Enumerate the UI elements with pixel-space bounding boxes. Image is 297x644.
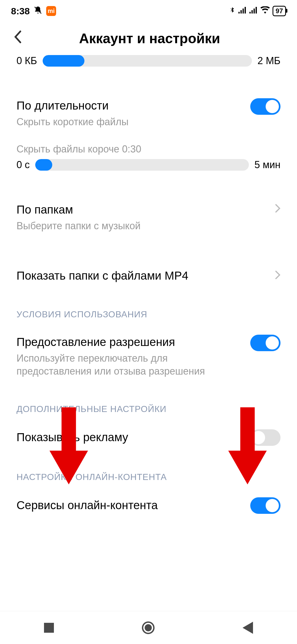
duration-max-label: 5 мин — [254, 159, 280, 171]
wifi-icon — [260, 6, 270, 16]
duration-slider[interactable]: 0 с 5 мин — [16, 159, 280, 171]
ads-title: Показывать рекламу — [16, 430, 242, 445]
online-services-row: Сервисы онлайн-контента — [16, 488, 280, 523]
folders-subtitle: Выберите папки с музыкой — [16, 220, 267, 233]
ads-row: Показывать рекламу — [16, 420, 280, 455]
status-bar: 8:38 mi 97 — [0, 0, 297, 22]
header: Аккаунт и настройки — [0, 22, 297, 55]
section-terms: УСЛОВИЯ ИСПОЛЬЗОВАНИЯ — [16, 309, 280, 320]
svg-rect-6 — [252, 10, 253, 13]
folders-title: По папкам — [16, 202, 267, 217]
folders-row[interactable]: По папкам Выберите папки с музыкой — [16, 193, 280, 242]
svg-rect-1 — [238, 12, 240, 13]
size-max-label: 2 МБ — [257, 55, 280, 67]
duration-min-label: 0 с — [16, 159, 30, 171]
back-button[interactable] — [14, 30, 30, 47]
signal-icon-2 — [249, 6, 258, 16]
mp4-title: Показать папки с файлами MP4 — [16, 268, 267, 283]
size-min-label: 0 КБ — [16, 55, 37, 67]
chevron-right-icon — [275, 269, 280, 283]
duration-hint: Скрыть файлы короче 0:30 — [16, 143, 280, 155]
mi-app-icon: mi — [46, 6, 56, 16]
svg-rect-5 — [249, 12, 251, 13]
navigation-bar — [0, 611, 297, 644]
size-filter-slider[interactable]: 0 КБ 2 МБ — [16, 55, 280, 67]
duration-subtitle: Скрыть короткие файлы — [16, 116, 242, 129]
section-online: НАСТРОЙКИ ОНЛАЙН-КОНТЕНТА — [16, 472, 280, 482]
permission-toggle[interactable] — [250, 335, 280, 351]
mute-icon — [34, 6, 42, 17]
duration-toggle[interactable] — [250, 98, 280, 115]
bluetooth-icon — [229, 6, 236, 17]
battery-icon: 97 — [273, 6, 286, 16]
nav-back-button[interactable] — [243, 622, 253, 634]
duration-slider-track[interactable] — [35, 159, 249, 171]
ads-toggle[interactable] — [250, 429, 280, 446]
svg-rect-4 — [245, 7, 246, 13]
permission-title: Предоставление разрешения — [16, 335, 242, 350]
section-additional: ДОПОЛНИТЕЛЬНЫЕ НАСТРОЙКИ — [16, 404, 280, 414]
permission-subtitle: Используйте переключатель для предоставл… — [16, 352, 242, 378]
online-services-title: Сервисы онлайн-контента — [16, 498, 242, 513]
size-slider-track[interactable] — [43, 55, 252, 67]
svg-rect-8 — [256, 7, 257, 13]
permission-row: Предоставление разрешения Используйте пе… — [16, 325, 280, 387]
status-time: 8:38 — [11, 6, 30, 17]
online-services-toggle[interactable] — [250, 497, 280, 514]
svg-rect-3 — [243, 9, 244, 13]
nav-home-button[interactable] — [142, 621, 155, 634]
chevron-right-icon — [275, 202, 280, 216]
nav-recents-button[interactable] — [44, 623, 54, 633]
svg-rect-2 — [241, 10, 242, 13]
mp4-row[interactable]: Показать папки с файлами MP4 — [16, 259, 280, 293]
duration-filter-row: По длительности Скрыть короткие файлы — [16, 89, 280, 138]
svg-rect-7 — [254, 9, 255, 13]
duration-title: По длительности — [16, 98, 242, 113]
page-title: Аккаунт и настройки — [30, 31, 270, 47]
signal-icon — [238, 6, 247, 16]
